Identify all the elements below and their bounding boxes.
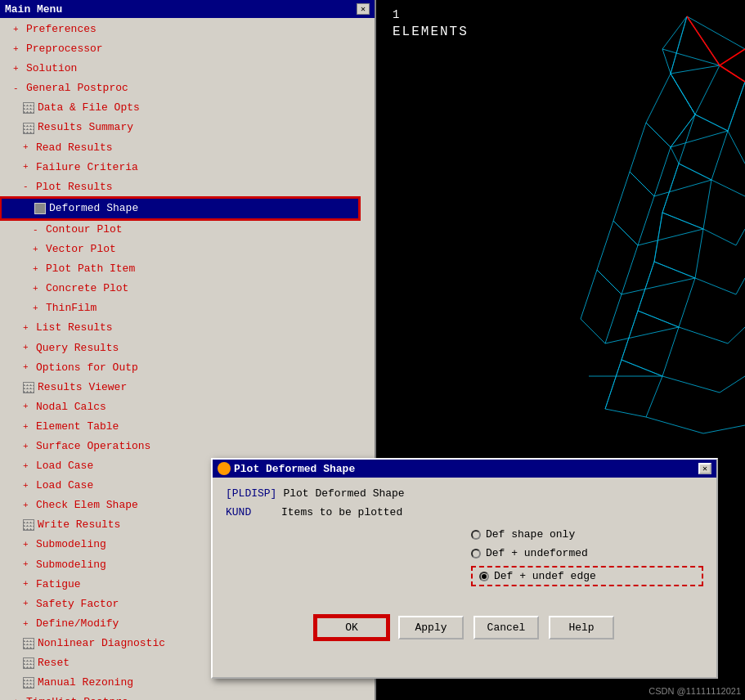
plot-deformed-shape-dialog: Plot Deformed Shape ✕ [PLDISP] Plot Defo…	[211, 458, 718, 679]
svg-line-24	[679, 327, 728, 343]
dialog-close-button[interactable]: ✕	[698, 463, 711, 474]
menu-label: ThinFilm	[46, 299, 96, 317]
expand-icon: +	[33, 242, 43, 258]
expand-icon: +	[23, 577, 33, 592]
menu-item-path-operations[interactable]: + Surface Operations	[0, 437, 360, 456]
expand-icon: +	[23, 360, 33, 375]
menu-item-vector-plot[interactable]: + Vector Plot	[0, 240, 360, 259]
menu-label: Preferences	[26, 20, 96, 38]
grid-icon	[23, 519, 34, 531]
help-button[interactable]: Help	[549, 616, 614, 639]
svg-line-27	[736, 229, 745, 245]
menu-label: Check Elem Shape	[36, 496, 138, 514]
menu-label: List Results	[36, 319, 113, 337]
radio-circle-def-undeformed	[471, 549, 481, 559]
svg-line-0	[671, 16, 687, 74]
expand-icon: +	[23, 340, 33, 356]
dialog-kund-row: KUND Items to be plotted	[226, 506, 703, 518]
menu-label: Safety Factor	[36, 595, 119, 613]
expand-icon: +	[23, 439, 33, 455]
menu-item-options-outp[interactable]: + Options for Outp	[0, 358, 360, 378]
menu-label: Reset	[38, 654, 70, 672]
svg-line-16	[597, 270, 622, 294]
expand-icon: +	[13, 42, 23, 57]
menu-label: Plot Results	[36, 178, 113, 196]
svg-line-1	[671, 65, 720, 74]
menu-item-element-table[interactable]: + Element Table	[0, 417, 360, 437]
svg-line-26	[646, 417, 703, 433]
kund-label: KUND	[226, 506, 275, 518]
expand-icon: +	[23, 140, 33, 155]
radio-def-shape-only[interactable]: Def shape only	[471, 528, 703, 541]
menu-item-plot-path-item[interactable]: + Plot Path Item	[0, 259, 360, 279]
svg-line-10	[646, 123, 671, 147]
ok-button[interactable]: OK	[315, 616, 388, 639]
expand-icon: +	[33, 281, 43, 297]
menu-item-read-results[interactable]: + Read Results	[0, 138, 360, 158]
ansys-logo-icon	[218, 462, 231, 475]
menu-item-preprocessor[interactable]: + Preprocessor	[0, 39, 360, 59]
grid-icon	[23, 657, 34, 669]
pldisp-value: Plot Deformed Shape	[283, 487, 404, 500]
menu-item-nodal-calcs[interactable]: + Nodal Calcs	[0, 397, 360, 417]
expand-icon: +	[13, 22, 23, 38]
menu-label: Data & File Opts	[38, 99, 140, 117]
cancel-button[interactable]: Cancel	[473, 616, 539, 639]
menu-item-general-postproc[interactable]: - General Postproc	[0, 79, 360, 98]
menu-item-results-summary[interactable]: Results Summary	[0, 118, 360, 137]
grid-icon	[23, 382, 34, 393]
menu-label: Preprocessor	[26, 40, 103, 58]
svg-line-28	[736, 278, 745, 294]
close-icon[interactable]: ✕	[357, 3, 370, 15]
menu-item-concrete-plot[interactable]: + Concrete Plot	[0, 279, 360, 298]
radio-def-undeformed[interactable]: Def + undeformed	[471, 547, 703, 559]
grid-icon	[23, 102, 34, 114]
menu-item-thinfilm[interactable]: + ThinFilm	[0, 298, 360, 318]
menu-label: Solution	[26, 60, 77, 78]
menu-label: General Postproc	[26, 79, 128, 97]
menu-item-plot-results[interactable]: - Plot Results	[0, 177, 360, 197]
svg-line-20	[728, 131, 745, 164]
radio-group: Def shape only Def + undeformed Def + un…	[471, 528, 703, 586]
svg-line-21	[711, 180, 745, 196]
grid-icon	[23, 638, 34, 649]
expand-icon: +	[23, 557, 33, 572]
svg-line-19	[728, 82, 745, 131]
menu-item-data-file-opts[interactable]: Data & File Opts	[0, 98, 360, 118]
expand-icon: +	[23, 537, 33, 553]
menu-item-solution[interactable]: + Solution	[0, 59, 360, 79]
menu-item-preferences[interactable]: + Preferences	[0, 20, 360, 39]
menu-item-timehist-postpro[interactable]: + TimeHist Postpro	[0, 693, 360, 700]
menu-item-results-viewer[interactable]: Results Viewer	[0, 378, 360, 397]
panel-title: Main Menu	[5, 3, 62, 16]
svg-line-32	[687, 16, 745, 49]
dialog-title-content: Plot Deformed Shape	[218, 462, 355, 475]
dialog-title-text: Plot Deformed Shape	[234, 463, 355, 475]
menu-label: Read Results	[36, 139, 113, 157]
menu-label: Query Results	[36, 339, 119, 357]
expand-icon: +	[23, 596, 33, 612]
menu-label: Submodeling	[36, 536, 106, 554]
menu-label: Results Viewer	[38, 379, 127, 397]
menu-item-list-results[interactable]: + List Results	[0, 318, 360, 338]
grid-icon	[23, 677, 34, 689]
expand-icon: +	[23, 478, 33, 494]
pldisp-label: [PLDISP]	[226, 487, 276, 500]
apply-button[interactable]: Apply	[398, 616, 464, 639]
svg-line-11	[654, 180, 711, 196]
menu-item-deformed-shape[interactable]: Deformed Shape	[0, 197, 360, 220]
menu-label: Define/Modify	[36, 615, 119, 633]
menu-item-failure-criteria[interactable]: + Failure Criteria	[0, 158, 360, 177]
panel-title-bar: Main Menu ✕	[0, 0, 375, 18]
dialog-body: [PLDISP] Plot Deformed Shape KUND Items …	[213, 478, 716, 606]
dialog-buttons: OK Apply Cancel Help	[213, 609, 716, 646]
expand-icon: -	[23, 179, 33, 195]
expand-icon: +	[23, 617, 33, 632]
radio-circle-def-shape	[471, 530, 481, 540]
menu-item-contour-plot[interactable]: - Contour Plot	[0, 220, 360, 240]
items-to-plot-value: Items to be plotted	[281, 506, 402, 518]
radio-def-undef-edge-container[interactable]: Def + undef edge	[471, 566, 703, 586]
menu-label: Options for Outp	[36, 359, 138, 377]
menu-item-query-results[interactable]: + Query Results	[0, 339, 360, 358]
expand-icon: +	[23, 498, 33, 514]
